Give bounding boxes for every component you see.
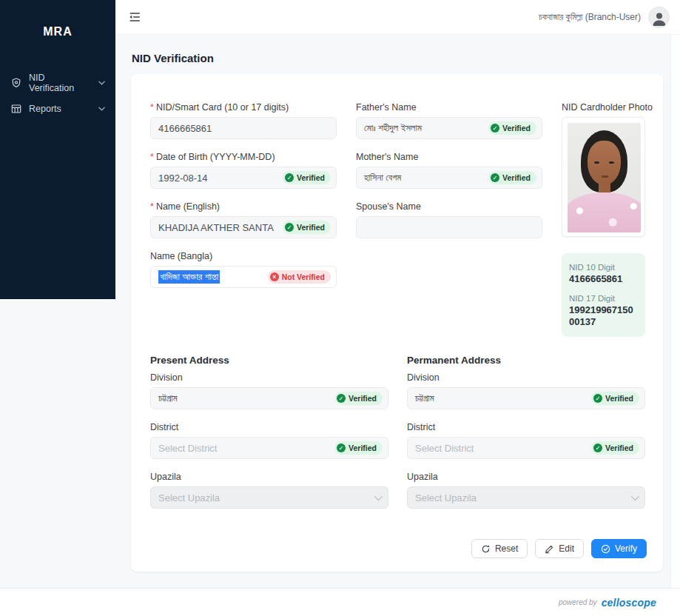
pencil-icon [545,544,554,554]
sidebar-menu: NID Verification Reports [0,70,115,121]
mother-name-input[interactable]: হাসিনা বেগম ✓Verified [356,167,542,189]
user-avatar[interactable] [648,7,670,28]
section-title: Permanent Address [407,355,645,366]
check-icon: ✓ [337,394,346,403]
powered-by-text: powered by [559,598,597,606]
check-icon: ✓ [337,443,346,452]
chevron-down-icon [631,492,639,500]
field-permanent-district: District Select District ✓Verified [407,422,645,459]
page-title: NID Verification [132,52,214,64]
father-name-input[interactable]: মোঃ শহীদুল ইসলাম ✓Verified [356,117,542,139]
reset-button[interactable]: Reset [471,539,528,558]
sidebar-item-label: Reports [29,104,61,114]
spouse-name-input[interactable] [356,216,542,238]
field-name-english: *Name (English) KHADIJA AKTHER SANTA ✓Ve… [150,201,337,238]
dob-input[interactable]: 1992-08-14 ✓Verified [150,167,337,189]
verified-badge: ✓Verified [488,171,536,184]
present-address-section: Present Address Division চট্টগ্রাম ✓Veri… [150,355,388,521]
field-label: Spouse's Name [356,201,542,212]
check-icon: ✓ [491,124,499,133]
field-dob: *Date of Birth (YYYY-MM-DD) 1992-08-14 ✓… [150,152,337,189]
present-division-input[interactable]: চট্টগ্রাম ✓Verified [150,387,388,409]
brand-logo: MRA [0,0,115,38]
field-label: Upazila [407,472,645,483]
portrait-photo [568,123,641,232]
nid17-label: NID 17 Digit [569,294,638,303]
header-user-area: চকবাজার কুমিল্লা (Branch-User) [539,7,670,28]
verified-badge: ✓Verified [283,171,331,184]
verified-badge: ✓Verified [591,392,639,405]
check-icon: ✓ [285,223,294,232]
top-header: চকবাজার কুমিল্লা (Branch-User) [115,0,680,35]
scrollbar[interactable] [670,35,680,588]
field-label: Division [407,372,645,384]
check-icon: ✓ [593,394,602,403]
field-label: Division [150,372,388,384]
present-district-input[interactable]: Select District ✓Verified [150,437,388,459]
field-present-division: Division চট্টগ্রাম ✓Verified [150,372,388,409]
chevron-down-icon [374,492,383,500]
photo-face [588,141,621,185]
sidebar: MRA NID Verification Reports [0,0,115,299]
field-permanent-upazila: Upazila Select Upazila [407,472,645,509]
name-bangla-input[interactable]: খাদিজা আক্তার শান্তা ×Not Verified [150,266,337,288]
field-label: District [407,422,645,433]
field-label: *NID/Smart Card (10 or 17 digits) [150,102,337,113]
nid-digits-panel: NID 10 Digit 4166665861 NID 17 Digit 199… [562,253,645,337]
field-present-district: District Select District ✓Verified [150,422,388,459]
sidebar-item-label: NID Verification [29,73,92,93]
form-column-2: Father's Name মোঃ শহীদুল ইসলাম ✓Verified… [356,102,542,251]
chevron-down-icon [98,107,105,111]
nid-input[interactable]: 4166665861 [150,117,337,139]
permanent-district-input[interactable]: Select District ✓Verified [407,437,645,459]
app-window: MRA NID Verification Reports [0,0,680,616]
nid-verification-card: *NID/Smart Card (10 or 17 digits) 416666… [131,74,663,572]
form-actions: Reset Edit Verify [471,539,647,558]
celloscope-logo: celloscope [602,597,656,609]
verified-badge: ✓Verified [334,441,383,455]
field-label: Father's Name [356,102,542,113]
photo-eye [609,161,614,164]
field-label: Mother's Name [356,152,542,163]
form-column-3: NID Cardholder Photo NID 10 Dig [562,102,645,337]
cross-icon: × [270,272,279,281]
check-icon: ✓ [593,443,602,452]
sidebar-item-reports[interactable]: Reports [0,96,115,121]
verified-badge: ✓Verified [334,392,383,405]
photo-scarf [568,192,641,232]
shield-badge-icon [10,77,22,89]
name-english-input[interactable]: KHADIJA AKTHER SANTA ✓Verified [150,216,337,238]
sidebar-collapse-icon[interactable] [127,10,142,24]
required-marker: * [150,152,154,162]
photo-eye [594,161,599,164]
nid10-label: NID 10 Digit [569,263,638,272]
verified-badge: ✓Verified [488,121,536,135]
permanent-upazila-select[interactable]: Select Upazila [407,486,645,509]
field-mother-name: Mother's Name হাসিনা বেগম ✓Verified [356,152,542,189]
nid17-value: 19921996715000137 [569,304,638,328]
required-marker: * [150,201,154,212]
photo-label: NID Cardholder Photo [562,102,645,113]
page-footer: powered by celloscope [0,588,680,616]
form-column-1: *NID/Smart Card (10 or 17 digits) 416666… [150,102,337,301]
address-sections: Present Address Division চট্টগ্রাম ✓Veri… [150,355,645,521]
not-verified-badge: ×Not Verified [268,270,331,284]
field-label: Upazila [150,472,388,483]
field-name-bangla: Name (Bangla) খাদিজা আক্তার শান্তা ×Not … [150,251,337,288]
present-upazila-select[interactable]: Select Upazila [150,486,388,509]
field-label: Name (Bangla) [150,251,337,262]
verified-badge: ✓Verified [591,441,639,455]
edit-button[interactable]: Edit [535,539,584,558]
nid-cardholder-photo [562,117,645,237]
verify-button[interactable]: Verify [591,539,647,558]
permanent-division-input[interactable]: চট্টগ্রাম ✓Verified [407,387,645,409]
chevron-down-icon [98,81,105,85]
nid10-value: 4166665861 [569,273,638,285]
field-spouse-name: Spouse's Name [356,201,542,238]
field-label: District [150,422,388,433]
field-nid: *NID/Smart Card (10 or 17 digits) 416666… [150,102,337,139]
permanent-address-section: Permanent Address Division চট্টগ্রাম ✓Ve… [407,355,645,521]
sidebar-item-nid-verification[interactable]: NID Verification [0,70,115,96]
refresh-icon [481,544,491,554]
field-permanent-division: Division চট্টগ্রাম ✓Verified [407,372,645,409]
